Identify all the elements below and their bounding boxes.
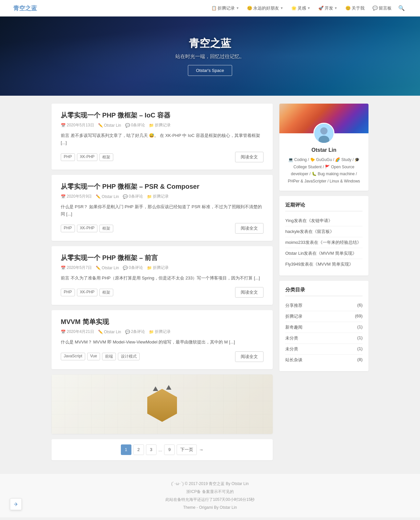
navigation: 青空之蓝 📋 折腾记录 ▼ 😊 永远的好朋友 ▼ 🌟 灵感 ▼ 🚀 开发 ▼ 😊… [0, 0, 420, 16]
nav-item-inspiration[interactable]: 🌟 灵感 ▼ [288, 3, 314, 13]
category-item[interactable]: 未分类 (1) [285, 333, 363, 344]
article-footer: JavaScript Vue 前端 设计模式 阅读全文 [61, 351, 263, 362]
tag-framework[interactable]: 框架 [99, 289, 113, 296]
svg-point-3 [319, 136, 330, 144]
read-more-button[interactable]: 阅读全文 [235, 287, 263, 298]
comment-item[interactable]: hackyle发表在《留言板》 [285, 226, 363, 237]
thumbnail-article-card [52, 374, 273, 434]
tag-xkphp[interactable]: XK-PHP [77, 153, 98, 161]
footer-line4: Theme - Origami By Otstar Lin [6, 504, 414, 511]
category-item[interactable]: 新奇趣闻 (1) [285, 322, 363, 333]
article-category[interactable]: 📁 折腾记录 [147, 265, 169, 271]
profile-name: Otstar Lin [285, 147, 363, 153]
article-category[interactable]: 📁 折腾记录 [149, 329, 171, 335]
category-item[interactable]: 分享推荐 (6) [285, 300, 363, 311]
comment-item[interactable]: moimo233发表在《一年来的经验总结》 [285, 237, 363, 248]
article-excerpt: 什么是 MVVM？ MVVM 即 Model-View-ViewModel 的缩… [61, 339, 263, 346]
tag-framework[interactable]: 框架 [99, 153, 113, 161]
article-excerpt: 什么是 PSR？ 如果你不是刚入门 PHP 新手，那么你应该已经知道了 PSR … [61, 203, 263, 218]
article-tags: PHP XK-PHP 框架 [61, 289, 113, 296]
nav-item-friends[interactable]: 😊 永远的好朋友 ▼ [244, 3, 287, 13]
content-area: 从零实现一个 PHP 微框架 – IoC 容器 📅 2020年5月13日 ✏️ … [52, 104, 273, 466]
page-dots: ... [158, 447, 162, 452]
comment-item[interactable]: Fly3949发表在《MVVM 简单实现》 [285, 259, 363, 270]
article-tags: PHP XK-PHP 框架 [61, 225, 113, 232]
tag-framework[interactable]: 框架 [99, 225, 113, 232]
nav-label-dev: 开发 [325, 5, 333, 11]
page-button-2[interactable]: 2 [133, 444, 144, 455]
article-tags: PHP XK-PHP 框架 [61, 153, 113, 161]
category-count: (69) [355, 313, 363, 319]
nav-item-zuoteng[interactable]: 📋 折腾记录 ▼ [208, 3, 242, 13]
tag-php[interactable]: PHP [61, 153, 75, 161]
nav-icon-guestbook: 💬 [372, 6, 378, 11]
article-category[interactable]: 📁 折腾记录 [149, 122, 171, 128]
nav-item-about[interactable]: 😊 关于我 [342, 3, 368, 13]
nav-items: 📋 折腾记录 ▼ 😊 永远的好朋友 ▼ 🌟 灵感 ▼ 🚀 开发 ▼ 😊 关于我 … [208, 3, 407, 13]
article-category[interactable]: 📁 折腾记录 [147, 194, 169, 199]
category-name: 折腾记录 [285, 313, 302, 319]
site-logo[interactable]: 青空之蓝 [13, 4, 37, 12]
tag-xkphp[interactable]: XK-PHP [77, 289, 98, 296]
back-to-top-button[interactable]: ✈ [10, 498, 22, 510]
nav-label-inspiration: 灵感 [298, 5, 306, 11]
article-card: 从零实现一个 PHP 微框架 – PSR & Composer 📅 2020年5… [52, 175, 273, 241]
tag-php[interactable]: PHP [61, 225, 75, 232]
chevron-down-icon-4: ▼ [334, 6, 337, 10]
article-tags: JavaScript Vue 前端 设计模式 [61, 353, 140, 360]
tag-design-pattern[interactable]: 设计模式 [118, 353, 140, 360]
article-comments: 💬 2条评论 [125, 329, 145, 335]
main-layout: 从零实现一个 PHP 微框架 – IoC 容器 📅 2020年5月13日 ✏️ … [48, 104, 372, 466]
nav-icon-inspiration: 🌟 [291, 6, 297, 11]
article-title[interactable]: 从零实现一个 PHP 微框架 – 前言 [61, 253, 263, 262]
tag-xkphp[interactable]: XK-PHP [77, 225, 98, 232]
tag-php[interactable]: PHP [61, 289, 75, 296]
article-meta: 📅 2020年5月13日 ✏️ Otstar Lin 💬 0条评论 📁 折腾记录 [61, 122, 263, 128]
article-meta: 📅 2020年5月9日 ✏️ Otstar Lin 💬 0条评论 📁 折腾记录 [61, 194, 263, 199]
tag-vue[interactable]: Vue [87, 353, 100, 360]
article-comments: 💬 0条评论 [123, 265, 143, 271]
nav-icon-dev: 🚀 [318, 6, 324, 11]
category-name: 未分类 [285, 346, 298, 352]
tag-javascript[interactable]: JavaScript [61, 353, 85, 360]
tag-frontend[interactable]: 前端 [102, 353, 116, 360]
article-title[interactable]: 从零实现一个 PHP 微框架 – IoC 容器 [61, 111, 263, 120]
comment-item[interactable]: Otstar Lin发表在《MVVM 简单实现》 [285, 248, 363, 259]
article-author: ✏️ Otstar Lin [98, 330, 121, 334]
next-arrow-icon: → [199, 447, 203, 452]
read-more-button[interactable]: 阅读全文 [235, 223, 263, 234]
category-name: 分享推荐 [285, 303, 302, 309]
article-excerpt: 前言 差不多该写写该系列文章了，咕了好几天 😅。 在 XK-PHP 中 IoC … [61, 132, 263, 146]
chevron-down-icon-3: ▼ [307, 6, 310, 10]
footer-line1: (´･ω･`) © 2017-2019 青空之蓝 By Otstar Lin [6, 480, 414, 488]
recent-comments-title: 近期评论 [285, 202, 363, 211]
nav-item-dev[interactable]: 🚀 开发 ▼ [315, 3, 341, 13]
comment-item[interactable]: Ying发表在《友链申请》 [285, 215, 363, 226]
hexagon-decoration [147, 389, 177, 422]
page-button-9[interactable]: 9 [164, 444, 175, 455]
article-title[interactable]: MVVM 简单实现 [61, 317, 263, 326]
article-comments: 💬 0条评论 [123, 194, 143, 199]
category-count: (6) [357, 303, 363, 309]
nav-item-guestbook[interactable]: 💬 留言板 [369, 3, 395, 13]
profile-description: 💻 Coding / 🐤 GuGuGu / 🌈 Study / 🎓 Colleg… [285, 156, 363, 185]
article-date: 📅 2020年4月21日 [61, 329, 94, 335]
page-button-3[interactable]: 3 [146, 444, 157, 455]
page-next-button[interactable]: 下一页 [177, 444, 197, 455]
category-item[interactable]: 未分类 (1) [285, 344, 363, 355]
read-more-button[interactable]: 阅读全文 [235, 152, 263, 162]
read-more-button[interactable]: 阅读全文 [235, 351, 263, 362]
avatar-image [314, 123, 333, 144]
article-footer: PHP XK-PHP 框架 阅读全文 [61, 287, 263, 298]
hero-button[interactable]: Otstar's Space [188, 65, 232, 76]
profile-card: Otstar Lin 💻 Coding / 🐤 GuGuGu / 🌈 Study… [279, 104, 368, 191]
category-item[interactable]: 站长杂谈 (8) [285, 355, 363, 365]
article-card: 从零实现一个 PHP 微框架 – 前言 📅 2020年5月7日 ✏️ Otsta… [52, 246, 273, 305]
recent-comments-card: 近期评论 Ying发表在《友链申请》 hackyle发表在《留言板》 moimo… [279, 196, 368, 276]
nav-label-about: 关于我 [352, 5, 365, 11]
hero-section: 青空之蓝 站在时光一端，回忆过往记忆。 Otstar's Space [0, 16, 420, 96]
category-item[interactable]: 折腾记录 (69) [285, 311, 363, 322]
search-button[interactable]: 🔍 [396, 3, 407, 13]
article-title[interactable]: 从零实现一个 PHP 微框架 – PSR & Composer [61, 182, 263, 191]
page-button-1[interactable]: 1 [121, 444, 131, 455]
